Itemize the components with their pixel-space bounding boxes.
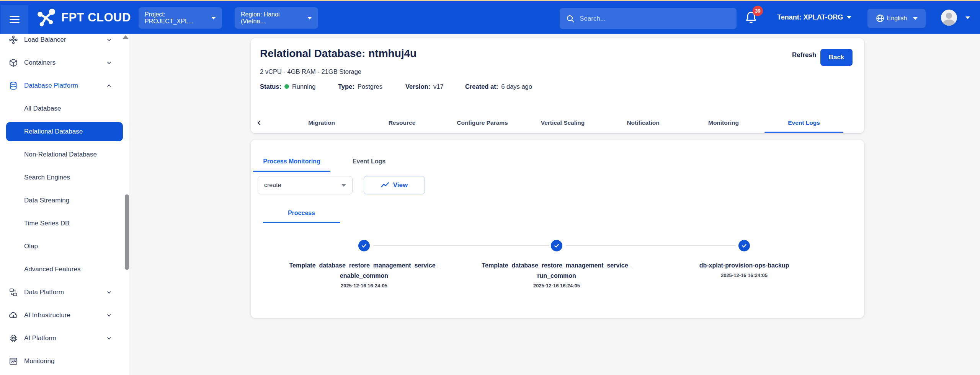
chevron-down-icon: [913, 17, 918, 20]
sidebar-item-search-engines[interactable]: Search Engines: [0, 166, 129, 189]
sidebar-item-ai-infrastructure[interactable]: AI Infrastructure: [0, 304, 129, 327]
sidebar-item-load-balancer[interactable]: Load Balancer: [0, 34, 129, 51]
search-icon: [566, 14, 575, 23]
hamburger-icon: [10, 14, 20, 25]
data-platform-icon: [9, 288, 18, 297]
created-value: 6 days ago: [501, 83, 532, 90]
sidebar-item-label: Relational Database: [24, 128, 83, 135]
brand-logo[interactable]: FPT CLOUD: [37, 1, 131, 34]
language-selector[interactable]: English: [867, 9, 926, 28]
view-button[interactable]: View: [364, 176, 425, 194]
chevron-down-icon: [106, 36, 113, 43]
sidebar-item-label: Search Engines: [24, 174, 70, 181]
timeline-connector: [373, 245, 549, 246]
tab-proccess[interactable]: Proccess: [263, 203, 340, 223]
scrollbar-up-arrow[interactable]: [122, 35, 129, 39]
language-label: English: [887, 15, 907, 22]
sidebar-scrollbar-thumb[interactable]: [125, 194, 129, 270]
event-logs-panel: Process Monitoring Event Logs create Vie…: [251, 140, 864, 318]
sidebar-item-non-relational-database[interactable]: Non-Relational Database: [0, 143, 129, 166]
created-label: Created at:: [465, 83, 498, 90]
search-input[interactable]: [580, 15, 730, 23]
sidebar-item-data-streaming[interactable]: Data Streaming: [0, 189, 129, 212]
chevron-down-icon: [847, 16, 851, 19]
sidebar-item-monitoring[interactable]: Monitoring: [0, 350, 129, 373]
back-button[interactable]: Back: [820, 49, 853, 66]
step-timestamp: 2025-12-16 16:24:05: [467, 283, 647, 289]
sidebar-item-ai-platform[interactable]: AI Platform: [0, 327, 129, 350]
sidebar-item-label: Monitoring: [24, 357, 54, 365]
tab-resource[interactable]: Resource: [362, 113, 442, 132]
chevron-down-icon: [211, 17, 216, 20]
process-tab-strip: Proccess: [263, 203, 340, 223]
step-title: enable_common: [274, 271, 454, 281]
instance-specs: 2 vCPU - 4GB RAM - 21GB Storage: [260, 68, 361, 75]
menu-toggle-button[interactable]: [1, 5, 28, 34]
ai-infrastructure-icon: [9, 311, 18, 320]
tab-configure-params[interactable]: Configure Params: [442, 113, 523, 132]
tab-event-logs[interactable]: Event Logs: [764, 113, 844, 132]
tab-event-logs-inner[interactable]: Event Logs: [330, 151, 408, 172]
chevron-down-icon: [106, 335, 113, 342]
tab-notification[interactable]: Notification: [603, 113, 683, 132]
chevron-down-icon: [106, 312, 113, 319]
sidebar-item-advanced-features[interactable]: Advanced Features: [0, 258, 129, 281]
region-selector-label: Region: Hanoi (Vietna...: [241, 11, 304, 25]
step-title: Template_database_restore_management_ser…: [467, 260, 647, 271]
line-chart-icon: [381, 182, 389, 189]
sidebar-item-database-platform[interactable]: Database Platform: [0, 74, 129, 97]
sidebar-item-containers[interactable]: Containers: [0, 51, 129, 74]
status-group: Status: Running: [260, 82, 315, 91]
type-value: Postgres: [358, 83, 382, 90]
topbar: FPT CLOUD Project: PROJECT_XPL... Region…: [0, 0, 980, 34]
notifications-button[interactable]: 39: [744, 10, 762, 28]
tabs-scroll-left-button[interactable]: [255, 119, 264, 127]
tab-process-monitoring[interactable]: Process Monitoring: [253, 151, 330, 172]
tab-migration[interactable]: Migration: [281, 113, 362, 132]
sidebar-item-olap[interactable]: Olap: [0, 235, 129, 258]
region-selector[interactable]: Region: Hanoi (Vietna...: [235, 7, 318, 29]
sidebar-item-all-database[interactable]: All Database: [0, 97, 129, 120]
step-title: Template_database_restore_management_ser…: [274, 260, 454, 271]
timeline-step: db-xplat-provision-ops-backup 2025-12-16…: [654, 260, 834, 278]
tab-vertical-scaling[interactable]: Vertical Scaling: [523, 113, 603, 132]
panel-tabs: Process Monitoring Event Logs: [253, 151, 408, 172]
sidebar-item-label: Data Streaming: [24, 197, 69, 204]
sidebar-item-data-platform[interactable]: Data Platform: [0, 281, 129, 304]
sidebar-item-label: Database Platform: [24, 82, 78, 90]
status-dot-icon: [284, 84, 289, 89]
event-type-select[interactable]: create: [258, 176, 353, 194]
step-timestamp: 2025-12-16 16:24:05: [274, 283, 454, 289]
refresh-button[interactable]: Refresh: [792, 51, 816, 59]
created-group: Created at: 6 days ago: [465, 82, 532, 91]
containers-icon: [9, 58, 18, 67]
sidebar-item-relational-database[interactable]: Relational Database: [6, 122, 123, 141]
step-complete-icon: [738, 240, 750, 251]
tab-monitoring[interactable]: Monitoring: [683, 113, 764, 132]
step-timestamp: 2025-12-16 16:24:05: [654, 272, 834, 278]
database-header-card: Relational Database: ntmhuj4u Refresh Ba…: [251, 38, 864, 133]
globe-icon: [875, 14, 885, 23]
chevron-down-icon: [965, 16, 970, 19]
step-complete-icon: [551, 240, 562, 251]
database-icon: [9, 81, 18, 90]
sidebar-item-label: Load Balancer: [24, 36, 66, 44]
avatar: [941, 10, 957, 26]
sidebar-item-label: Olap: [24, 243, 38, 250]
project-selector[interactable]: Project: PROJECT_XPL...: [139, 7, 222, 29]
tenant-selector[interactable]: Tenant: XPLAT-ORG: [777, 1, 851, 34]
ai-platform-icon: [9, 334, 18, 343]
tenant-label: Tenant: XPLAT-ORG: [777, 13, 843, 21]
detail-tabs: Migration Resource Configure Params Vert…: [251, 113, 864, 133]
type-label: Type:: [338, 83, 354, 90]
global-search: [560, 8, 737, 29]
sidebar-item-time-series-db[interactable]: Time Series DB: [0, 212, 129, 235]
sidebar-item-label: Time Series DB: [24, 220, 69, 227]
sidebar-item-label: Advanced Features: [24, 266, 80, 273]
fpt-molecule-icon: [37, 8, 57, 28]
chevron-down-icon: [106, 289, 113, 296]
account-menu[interactable]: [941, 10, 970, 26]
sidebar-item-label: All Database: [24, 105, 61, 112]
timeline-step: Template_database_restore_management_ser…: [467, 260, 647, 289]
sidebar-item-label: Non-Relational Database: [24, 151, 97, 158]
